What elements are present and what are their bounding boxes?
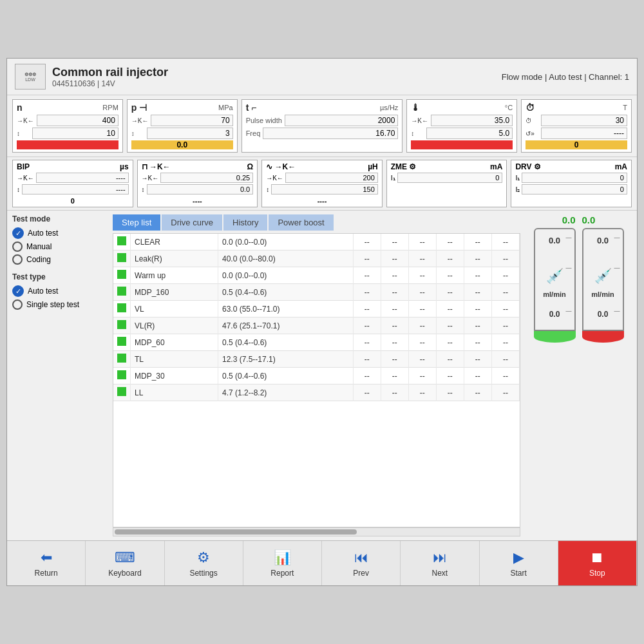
settings-label: Settings (189, 569, 217, 578)
temp-row1: →K← 35.0 (411, 115, 513, 126)
tab-history[interactable]: History (223, 214, 267, 231)
pulse-label: Pulse width (246, 117, 282, 124)
row-c3: -- (353, 301, 381, 317)
uh-val1[interactable]: 200 (285, 173, 378, 183)
row-indicator (113, 351, 131, 368)
row-name: MDP_60 (131, 334, 218, 351)
start-button[interactable]: ▶ Start (480, 541, 558, 585)
row-c5: -- (408, 368, 436, 384)
tab-power-boost[interactable]: Power boost (269, 214, 333, 231)
row-c6: -- (436, 384, 464, 401)
n-label: n (17, 102, 23, 113)
stop-button[interactable]: ⏹ Stop (558, 541, 637, 585)
table-row[interactable]: Leak(R)40.0 (0.0--80.0)------------ (113, 251, 520, 267)
row-c3: -- (353, 284, 381, 301)
return-icon: ⬅ (41, 549, 52, 566)
right-injector-icon: 💉 (583, 268, 623, 285)
table-row[interactable]: MDP_600.5 (0.4--0.6)------------ (113, 334, 520, 351)
header: ⚙⚙⚙ LDW Common rail injector 0445110636 … (7, 59, 637, 95)
coding-option[interactable]: Coding (12, 254, 108, 265)
step-table-container[interactable]: CLEAR0.0 (0.0--0.0)------------Leak(R)40… (113, 233, 520, 527)
row-name: Leak(R) (131, 251, 218, 267)
tabs-row: Step list Drive curve History Power boos… (113, 214, 520, 231)
zme-unit: mA (490, 162, 502, 171)
report-icon: 📊 (274, 549, 291, 566)
drv-unit: mA (615, 162, 627, 171)
scrollbar-thumb[interactable] (115, 529, 357, 535)
right-cyl-base (582, 331, 624, 343)
t-row2: Freq 16.70 (246, 128, 399, 139)
p-val2[interactable]: 3 (147, 128, 233, 139)
measurements-row2: BIP µs →K← ---- ↕ ---- 0 ⊓ →K← (7, 157, 637, 211)
t-panel: t ⌐ µs/Hz Pulse width 2000 Freq 16.70 (242, 99, 403, 153)
settings-button[interactable]: ⚙ Settings (165, 541, 243, 585)
n-indicator (17, 140, 118, 149)
timer-val2[interactable]: ---- (541, 128, 627, 139)
report-button[interactable]: 📊 Report (243, 541, 322, 585)
row-c5: -- (408, 251, 436, 267)
ohm-val1[interactable]: 0.25 (160, 173, 253, 183)
auto-test2-option[interactable]: ✓ Auto test (12, 285, 108, 297)
tab-step-list[interactable]: Step list (113, 214, 160, 231)
bip-val2[interactable]: ---- (22, 184, 129, 194)
row-c7: -- (464, 368, 491, 384)
test-mode-label: Test mode (12, 214, 108, 223)
auto-test-option[interactable]: ✓ Auto test (12, 227, 108, 239)
single-step-option[interactable]: Single step test (12, 299, 108, 310)
uh-panel: ∿ →K← µH →K← 200 ↕ 150 ---- (261, 160, 383, 207)
row-c8: -- (491, 368, 519, 384)
drv-i1-val[interactable]: 0 (522, 173, 627, 183)
table-row[interactable]: Warm up0.0 (0.0--0.0)------------ (113, 267, 520, 284)
zme-i1-val[interactable]: 0 (397, 173, 503, 183)
table-row[interactable]: TL12.3 (7.5--17.1)------------ (113, 351, 520, 368)
drv-i2-val[interactable]: 0 (522, 184, 627, 194)
horizontal-scrollbar[interactable] (113, 527, 520, 536)
keyboard-label: Keyboard (108, 569, 141, 578)
table-row[interactable]: VL63.0 (55.0--71.0)------------ (113, 301, 520, 317)
temp-val1[interactable]: 35.0 (431, 115, 513, 126)
pulse-val[interactable]: 2000 (285, 115, 398, 126)
bip-val1[interactable]: ---- (36, 173, 129, 183)
bip-rows: →K← ---- ↕ ---- 0 (17, 173, 129, 205)
uh-val2[interactable]: 150 (271, 184, 378, 194)
p-row1: →K← 70 (131, 115, 233, 126)
p-val1[interactable]: 70 (151, 115, 232, 126)
table-row[interactable]: VL(R)47.6 (25.1--70.1)------------ (113, 317, 520, 334)
left-cylinder: — 0.0 — 💉 ml/min — 0.0 (534, 228, 576, 331)
p-row2: ↕ 3 (131, 128, 233, 139)
freq-val[interactable]: 16.70 (263, 128, 398, 139)
table-row[interactable]: MDP_1600.5 (0.4--0.6)------------ (113, 284, 520, 301)
row-c6: -- (436, 234, 464, 251)
n-val2[interactable]: 10 (32, 128, 118, 139)
prev-button[interactable]: ⏮ Prev (322, 541, 401, 585)
next-label: Next (432, 569, 448, 578)
temp-label: 🌡 (411, 102, 420, 113)
table-row[interactable]: CLEAR0.0 (0.0--0.0)------------ (113, 234, 520, 251)
left-cyl-base (534, 331, 576, 343)
row-c5: -- (408, 384, 436, 401)
row-c4: -- (381, 317, 408, 334)
row-name: VL (131, 301, 218, 317)
row-c4: -- (381, 384, 408, 401)
keyboard-button[interactable]: ⌨ Keyboard (86, 541, 164, 585)
zme-label: ZME ⚙ (391, 162, 417, 171)
temp-val2[interactable]: 5.0 (426, 128, 513, 139)
auto-test2-label: Auto test (28, 287, 58, 296)
temp-arrow1: →K← (411, 117, 428, 124)
manual-option[interactable]: Manual (12, 242, 108, 252)
next-button[interactable]: ⏭ Next (401, 541, 479, 585)
row-value: 4.7 (1.2--8.2) (218, 384, 354, 401)
timer-indicator-val: 0 (574, 140, 579, 149)
table-row[interactable]: LL4.7 (1.2--8.2)------------ (113, 384, 520, 401)
timer-val1[interactable]: 30 (541, 115, 627, 126)
ohm-val2[interactable]: 0.0 (147, 184, 254, 194)
table-row[interactable]: MDP_300.5 (0.4--0.6)------------ (113, 368, 520, 384)
row-c4: -- (381, 351, 408, 368)
stop-label: Stop (589, 569, 605, 578)
tab-drive-curve[interactable]: Drive curve (162, 214, 222, 231)
n-val1[interactable]: 400 (37, 115, 118, 126)
bip-indicator: 0 (17, 197, 129, 205)
return-button[interactable]: ⬅ Return (7, 541, 86, 585)
bip-row1: →K← ---- (17, 173, 129, 183)
row-value: 0.0 (0.0--0.0) (218, 234, 354, 251)
